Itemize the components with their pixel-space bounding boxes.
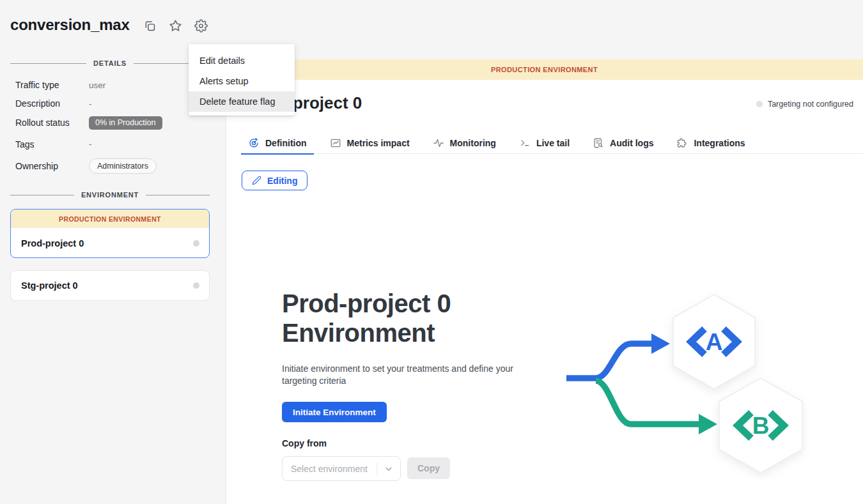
tab-label: Metrics impact bbox=[347, 138, 410, 148]
flag-header-actions bbox=[143, 19, 208, 33]
detail-label: Ownership bbox=[15, 161, 89, 171]
targeting-status: Targeting not configured bbox=[756, 100, 853, 109]
detail-row-tags: Tags - bbox=[15, 139, 207, 150]
environment-card-prod[interactable]: PRODUCTION ENVIRONMENT Prod-project 0 bbox=[10, 209, 210, 258]
environment-card-stg[interactable]: Stg-project 0 bbox=[10, 270, 210, 301]
target-icon bbox=[248, 137, 260, 149]
flag-settings-button[interactable] bbox=[194, 19, 208, 33]
variant-a-letter: A bbox=[706, 329, 723, 355]
editing-button-label: Editing bbox=[267, 176, 297, 186]
tab-monitoring[interactable]: Monitoring bbox=[426, 134, 503, 155]
detail-row-ownership: Ownership Administrators bbox=[15, 158, 207, 174]
editing-button[interactable]: Editing bbox=[242, 171, 307, 190]
details-heading: DETAILS bbox=[93, 59, 127, 67]
pulse-icon bbox=[433, 137, 444, 149]
detail-label: Description bbox=[15, 98, 89, 109]
star-icon bbox=[169, 19, 182, 33]
menu-item-alerts-setup[interactable]: Alerts setup bbox=[189, 71, 295, 91]
pencil-icon bbox=[252, 176, 261, 185]
detail-row-traffic-type: Traffic type user bbox=[15, 79, 207, 91]
tab-live-tail[interactable]: Live tail bbox=[512, 134, 577, 155]
environment-card-banner-text: PRODUCTION ENVIRONMENT bbox=[59, 215, 161, 223]
tab-label: Definition bbox=[265, 138, 307, 148]
environment-panel-title: Prod-project 0 Environment bbox=[282, 289, 451, 347]
flag-tabs: Definition Metrics impact Monitoring Liv… bbox=[241, 134, 863, 154]
divider-line bbox=[10, 63, 86, 64]
production-environment-banner: PRODUCTION ENVIRONMENT bbox=[226, 59, 863, 80]
environment-section-header: ENVIRONMENT bbox=[10, 191, 210, 199]
tab-label: Audit logs bbox=[610, 138, 653, 148]
green-branch-line bbox=[596, 381, 699, 424]
production-environment-banner-text: PRODUCTION ENVIRONMENT bbox=[491, 66, 598, 73]
tab-metrics-impact[interactable]: Metrics impact bbox=[323, 134, 417, 155]
tab-definition[interactable]: Definition bbox=[241, 134, 314, 155]
menu-item-delete-feature-flag[interactable]: Delete feature flag bbox=[189, 91, 295, 112]
environment-card-body: Prod-project 0 bbox=[11, 228, 209, 258]
detail-row-rollout-status: Rollout status 0% in Production bbox=[15, 116, 207, 130]
tab-label: Live tail bbox=[536, 138, 570, 148]
environment-status-dot bbox=[193, 282, 199, 289]
puzzle-icon bbox=[676, 137, 688, 149]
tab-label: Monitoring bbox=[450, 138, 496, 148]
rollout-status-badge: 0% in Production bbox=[89, 116, 162, 130]
detail-value: - bbox=[89, 99, 92, 109]
copy-icon bbox=[143, 19, 157, 33]
tab-integrations[interactable]: Integrations bbox=[669, 134, 752, 155]
ab-split-illustration: A B bbox=[563, 289, 813, 480]
copy-from-environment-select[interactable]: Select environment bbox=[282, 456, 401, 481]
settings-dropdown-menu: Edit details Alerts setup Delete feature… bbox=[189, 44, 295, 116]
menu-item-edit-details[interactable]: Edit details bbox=[189, 50, 295, 71]
variant-b-letter: B bbox=[752, 413, 770, 439]
environment-card-body: Stg-project 0 bbox=[11, 271, 209, 300]
environment-card-name: Prod-project 0 bbox=[21, 238, 84, 248]
gear-icon bbox=[194, 19, 208, 33]
detail-row-description: Description - bbox=[15, 98, 207, 109]
copy-environment-button[interactable]: Copy bbox=[407, 457, 450, 479]
blue-branch-line bbox=[566, 344, 652, 378]
environment-status-dot bbox=[193, 240, 199, 247]
detail-label: Traffic type bbox=[15, 80, 89, 90]
sidebar-divider bbox=[226, 59, 226, 504]
initiate-environment-label: Initiate Environment bbox=[293, 408, 376, 417]
chevron-down-icon bbox=[384, 464, 394, 474]
copy-from-label: Copy from bbox=[282, 438, 327, 448]
detail-label: Tags bbox=[15, 139, 89, 149]
environment-card-name: Stg-project 0 bbox=[21, 280, 78, 291]
environment-panel-title-line2: Environment bbox=[282, 318, 451, 347]
targeting-status-dot bbox=[756, 101, 763, 107]
initiate-environment-button[interactable]: Initiate Environment bbox=[282, 402, 387, 422]
select-placeholder: Select environment bbox=[283, 464, 377, 474]
environment-panel-description: Initiate environment to set your treatme… bbox=[282, 363, 520, 387]
detail-value: user bbox=[89, 80, 105, 90]
ownership-pill[interactable]: Administrators bbox=[89, 158, 157, 174]
environment-panel-title-line1: Prod-project 0 bbox=[282, 289, 451, 318]
environment-card-banner: PRODUCTION ENVIRONMENT bbox=[11, 210, 209, 228]
terminal-icon bbox=[519, 137, 531, 149]
copy-flag-button[interactable] bbox=[143, 19, 157, 33]
details-section-header: DETAILS bbox=[10, 59, 210, 67]
select-chevron bbox=[377, 464, 400, 474]
details-rows: Traffic type user Description - Rollout … bbox=[15, 79, 207, 181]
detail-label: Rollout status bbox=[15, 118, 89, 128]
divider-line bbox=[10, 195, 74, 195]
audit-log-icon bbox=[593, 137, 604, 149]
feature-flag-title: conversion_max bbox=[10, 16, 130, 34]
green-arrowhead-icon bbox=[699, 414, 717, 434]
blue-arrowhead-icon bbox=[651, 333, 670, 354]
targeting-status-text: Targeting not configured bbox=[768, 100, 853, 109]
tab-audit-logs[interactable]: Audit logs bbox=[586, 134, 660, 155]
detail-value: - bbox=[89, 139, 92, 149]
environment-heading: ENVIRONMENT bbox=[81, 191, 139, 199]
tab-label: Integrations bbox=[694, 138, 745, 148]
divider-line bbox=[146, 195, 210, 195]
line-chart-icon bbox=[330, 137, 341, 149]
favorite-flag-button[interactable] bbox=[168, 19, 182, 33]
